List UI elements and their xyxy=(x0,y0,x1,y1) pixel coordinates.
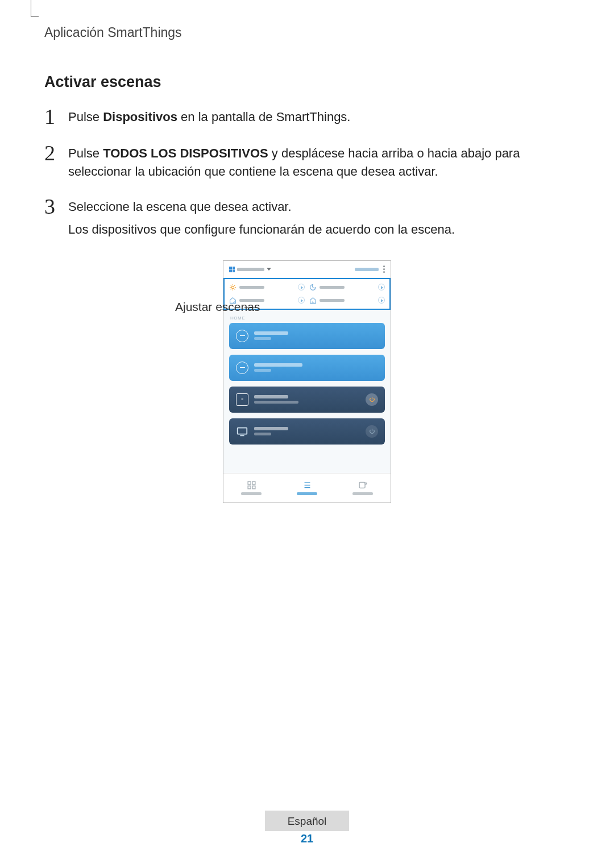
grid-icon xyxy=(229,267,235,272)
tab-dashboard[interactable] xyxy=(223,474,279,502)
power-icon xyxy=(369,396,375,402)
phone-topbar xyxy=(223,261,391,278)
tab-label xyxy=(241,492,262,495)
svg-point-0 xyxy=(231,286,234,288)
topbar-right xyxy=(355,265,385,273)
devices-icon xyxy=(302,480,312,490)
scene-item[interactable] xyxy=(309,284,385,291)
chevron-down-icon xyxy=(267,268,271,271)
power-button[interactable] xyxy=(366,393,378,406)
tab-automations[interactable] xyxy=(335,474,391,502)
step-number: 3 xyxy=(44,196,68,217)
device-name xyxy=(254,427,288,430)
device-status xyxy=(254,401,298,404)
device-card-wifi-hub[interactable] xyxy=(229,323,385,349)
sun-icon xyxy=(229,284,237,291)
svg-line-7 xyxy=(231,289,231,289)
device-name xyxy=(254,395,288,398)
power-button[interactable] xyxy=(366,425,378,438)
ac-icon: ≡ xyxy=(236,393,248,406)
topbar-left[interactable] xyxy=(229,267,271,272)
moon-icon xyxy=(309,284,317,291)
bottom-tabbar xyxy=(223,473,391,502)
svg-rect-18 xyxy=(359,483,365,488)
svg-rect-9 xyxy=(238,427,247,434)
svg-rect-12 xyxy=(252,481,255,484)
step-number: 1 xyxy=(44,106,68,127)
scene-label xyxy=(320,286,345,289)
step-text-bold: Dispositivos xyxy=(103,110,177,124)
section-heading: Activar escenas xyxy=(44,73,570,91)
play-icon[interactable] xyxy=(378,284,385,290)
tv-icon xyxy=(236,425,248,438)
callout-adjust-scenes: Ajustar escenas xyxy=(175,300,260,314)
step-text-pre: Seleccione la escena que desea activar. xyxy=(68,200,292,214)
svg-line-5 xyxy=(231,285,231,285)
tab-label xyxy=(352,492,373,495)
device-card-airconditioner[interactable]: ≡ xyxy=(229,387,385,413)
step-3: 3 Seleccione la escena que desea activar… xyxy=(44,196,570,239)
svg-rect-14 xyxy=(252,486,255,489)
device-card-list: ≡ xyxy=(223,323,391,450)
step-text-pre: Pulse xyxy=(68,146,103,160)
device-status xyxy=(254,337,271,340)
device-text xyxy=(254,395,298,404)
page-footer: Español 21 xyxy=(0,811,614,845)
page-content: Aplicación SmartThings Activar escenas 1… xyxy=(0,0,614,503)
play-icon[interactable] xyxy=(298,284,305,290)
step-subtext: Los dispositivos que configure funcionar… xyxy=(68,221,455,239)
svg-line-8 xyxy=(234,285,235,285)
scene-item[interactable] xyxy=(309,297,385,304)
hub-icon xyxy=(236,330,248,342)
device-card-tv[interactable] xyxy=(229,418,385,445)
device-text xyxy=(254,331,288,340)
dashboard-icon xyxy=(247,480,256,490)
device-name xyxy=(254,363,302,367)
hub-icon xyxy=(236,362,248,374)
crop-mark xyxy=(31,0,39,17)
step-text-post: en la pantalla de SmartThings. xyxy=(177,110,351,124)
scene-label xyxy=(320,299,345,302)
device-text xyxy=(254,427,288,435)
svg-point-19 xyxy=(365,483,367,484)
device-status xyxy=(254,369,271,372)
automations-icon xyxy=(358,480,368,490)
tab-devices[interactable] xyxy=(279,474,335,502)
all-devices-label xyxy=(237,268,264,271)
add-device-label[interactable] xyxy=(355,268,379,271)
home-arrive-icon xyxy=(309,297,317,304)
svg-line-6 xyxy=(234,289,235,289)
power-icon xyxy=(369,428,375,434)
spacer xyxy=(223,450,391,473)
step-body: Pulse Dispositivos en la pantalla de Sma… xyxy=(68,106,350,126)
step-body: Pulse TODOS LOS DISPOSITIVOS y despláces… xyxy=(68,142,570,181)
figure-container: Ajustar escenas xyxy=(44,260,570,503)
step-text-bold: TODOS LOS DISPOSITIVOS xyxy=(103,146,268,160)
callout-line xyxy=(244,308,256,308)
page-number: 21 xyxy=(0,832,614,845)
scene-label xyxy=(239,286,264,289)
play-icon[interactable] xyxy=(298,297,305,304)
more-icon[interactable] xyxy=(383,265,385,273)
step-text-pre: Pulse xyxy=(68,110,103,124)
step-number: 2 xyxy=(44,142,68,164)
step-1: 1 Pulse Dispositivos en la pantalla de S… xyxy=(44,106,570,127)
step-2: 2 Pulse TODOS LOS DISPOSITIVOS y desplác… xyxy=(44,142,570,181)
device-card-smartthings-hub[interactable] xyxy=(229,355,385,381)
tab-label xyxy=(297,492,317,495)
language-label: Español xyxy=(265,811,350,831)
svg-rect-13 xyxy=(248,486,251,489)
device-status xyxy=(254,433,271,435)
device-name xyxy=(254,331,288,335)
device-text xyxy=(254,363,302,372)
play-icon[interactable] xyxy=(378,297,385,304)
svg-rect-11 xyxy=(248,481,251,484)
phone-screenshot: HOME ≡ xyxy=(223,260,391,503)
scene-item[interactable] xyxy=(229,284,305,291)
page-header-title: Aplicación SmartThings xyxy=(44,25,570,40)
step-body: Seleccione la escena que desea activar. … xyxy=(68,196,455,239)
